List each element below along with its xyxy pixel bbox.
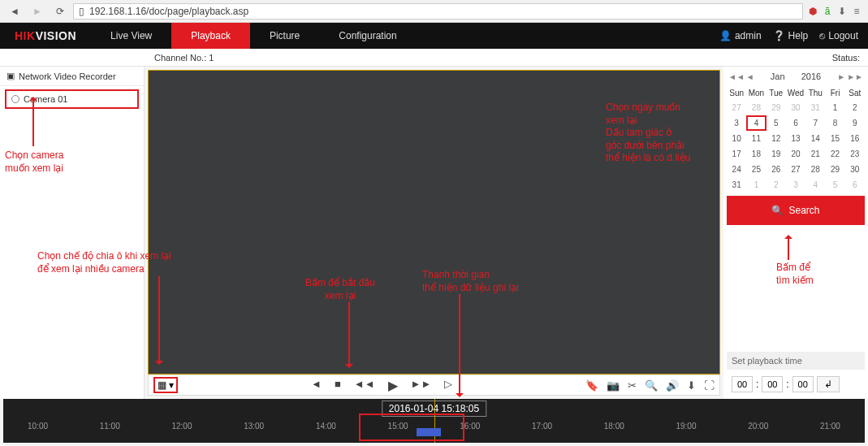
- back-button[interactable]: ◄: [5, 3, 24, 19]
- calendar-day[interactable]: 1: [746, 177, 766, 193]
- calendar-day[interactable]: 4: [805, 177, 825, 193]
- calendar-day[interactable]: 3: [727, 115, 746, 131]
- user-label[interactable]: 👤admin: [719, 30, 762, 41]
- user-icon: 👤: [719, 30, 732, 41]
- calendar-day[interactable]: 6: [845, 177, 865, 193]
- calendar-dow: Mon: [746, 86, 766, 100]
- calendar-day[interactable]: 19: [767, 146, 786, 162]
- prev-frame-button[interactable]: ◄: [311, 378, 322, 393]
- calendar-day[interactable]: 16: [845, 131, 865, 146]
- timeline-tick: 18:00: [604, 422, 624, 431]
- nvr-title: ▣ Network Video Recorder: [0, 67, 144, 86]
- address-bar[interactable]: ▯ 192.168.1.16/doc/page/playback.asp: [73, 3, 803, 19]
- video-viewport[interactable]: [148, 70, 720, 375]
- calendar-day[interactable]: 26: [767, 162, 786, 177]
- calendar-day[interactable]: 2: [845, 100, 865, 115]
- fullscreen-button[interactable]: ⛶: [704, 379, 715, 392]
- tag-button[interactable]: 🔖: [585, 379, 598, 392]
- calendar-day[interactable]: 31: [805, 100, 825, 115]
- calendar-day[interactable]: 24: [727, 162, 746, 177]
- playback-mm[interactable]: [762, 376, 783, 392]
- calendar-day[interactable]: 22: [825, 146, 844, 162]
- help-link[interactable]: ❔Help: [773, 30, 809, 41]
- calendar-day[interactable]: 10: [727, 131, 746, 146]
- calendar-day[interactable]: 18: [746, 146, 766, 162]
- calendar-day[interactable]: 1: [825, 100, 844, 115]
- calendar-day[interactable]: 30: [786, 100, 805, 115]
- calendar-day[interactable]: 2: [767, 177, 786, 193]
- timeline-tick: 10:00: [28, 422, 48, 431]
- forward-button[interactable]: ►: [28, 3, 47, 19]
- calendar-day[interactable]: 11: [746, 131, 766, 146]
- next-frame-button[interactable]: ▷: [444, 378, 452, 393]
- abp-icon[interactable]: ⬢: [806, 5, 819, 18]
- calendar-day[interactable]: 5: [767, 115, 786, 131]
- layout-button[interactable]: ▦ ▾: [153, 377, 178, 393]
- calendar-day[interactable]: 20: [786, 146, 805, 162]
- prev-month-button[interactable]: ◄: [746, 72, 754, 81]
- logout-link[interactable]: ⎋Logout: [819, 30, 858, 41]
- calendar-day[interactable]: 8: [825, 115, 844, 131]
- next-year-button[interactable]: ►►: [847, 72, 863, 81]
- snapshot-button[interactable]: 📷: [607, 379, 620, 392]
- download-icon[interactable]: ⬇: [836, 5, 849, 18]
- calendar-day[interactable]: 28: [805, 162, 825, 177]
- timeline-tick: 14:00: [316, 422, 336, 431]
- timeline-tick: 16:00: [460, 422, 480, 431]
- calendar-day[interactable]: 17: [727, 146, 746, 162]
- calendar-dow: Thu: [805, 86, 825, 100]
- timeline-tick: 15:00: [388, 422, 408, 431]
- reload-button[interactable]: ⟳: [50, 3, 70, 19]
- playback-hh[interactable]: [732, 376, 753, 392]
- nav-configuration[interactable]: Configuration: [319, 23, 416, 49]
- calendar-day[interactable]: 27: [786, 162, 805, 177]
- annotation-arrow: [788, 236, 789, 260]
- nav-picture[interactable]: Picture: [250, 23, 319, 49]
- calendar-day[interactable]: 29: [825, 162, 844, 177]
- calendar-day[interactable]: 31: [727, 177, 746, 193]
- annotation-arrow: [32, 97, 34, 146]
- annotation-arrow: [158, 276, 160, 364]
- calendar-day[interactable]: 5: [825, 177, 844, 193]
- next-month-button[interactable]: ►: [837, 72, 845, 81]
- prev-year-button[interactable]: ◄◄: [728, 72, 745, 81]
- stop-button[interactable]: ■: [335, 378, 341, 393]
- forward-button[interactable]: ►►: [411, 378, 432, 393]
- timeline-tick: 13:00: [244, 422, 264, 431]
- menu-icon[interactable]: ≡: [850, 5, 863, 18]
- calendar-day[interactable]: 25: [746, 162, 766, 177]
- calendar-day[interactable]: 4: [746, 115, 766, 131]
- play-button[interactable]: ▶: [388, 378, 398, 393]
- calendar-day[interactable]: 28: [746, 100, 766, 115]
- calendar-day[interactable]: 23: [845, 146, 865, 162]
- calendar-day[interactable]: 3: [786, 177, 805, 193]
- zoom-button[interactable]: 🔍: [645, 379, 658, 392]
- ext-icon[interactable]: ă: [821, 5, 834, 18]
- calendar-day[interactable]: 21: [805, 146, 825, 162]
- calendar-day[interactable]: 30: [845, 162, 865, 177]
- timeline-tick: 11:00: [100, 422, 120, 431]
- calendar-day[interactable]: 15: [825, 131, 844, 146]
- playback-ss[interactable]: [792, 376, 814, 392]
- timeline[interactable]: 2016-01-04 15:18:05 10:0011:0012:0013:00…: [3, 399, 865, 443]
- playback-go-button[interactable]: ↲: [817, 376, 840, 392]
- rewind-button[interactable]: ◄◄: [354, 378, 375, 393]
- calendar-day[interactable]: 27: [727, 100, 746, 115]
- calendar-dow: Fri: [825, 86, 844, 100]
- nav-live-view[interactable]: Live View: [91, 23, 171, 49]
- calendar-day[interactable]: 14: [805, 131, 825, 146]
- nav-playback[interactable]: Playback: [171, 23, 250, 49]
- calendar-dow: Sun: [727, 86, 746, 100]
- calendar-day[interactable]: 9: [845, 115, 865, 131]
- sidebar-item-camera-01[interactable]: Camera 01: [5, 89, 139, 109]
- calendar-day[interactable]: 12: [767, 131, 786, 146]
- calendar-day[interactable]: 7: [805, 115, 825, 131]
- calendar-day[interactable]: 6: [786, 115, 805, 131]
- audio-button[interactable]: 🔊: [666, 379, 679, 392]
- clip-button[interactable]: ✂: [628, 379, 637, 392]
- download-button[interactable]: ⬇: [687, 379, 696, 392]
- calendar-day[interactable]: 29: [767, 100, 786, 115]
- calendar-day[interactable]: 13: [786, 131, 805, 146]
- search-button[interactable]: 🔍 Search: [728, 197, 863, 223]
- app-header: HIKVISION Live View Playback Picture Con…: [0, 23, 868, 49]
